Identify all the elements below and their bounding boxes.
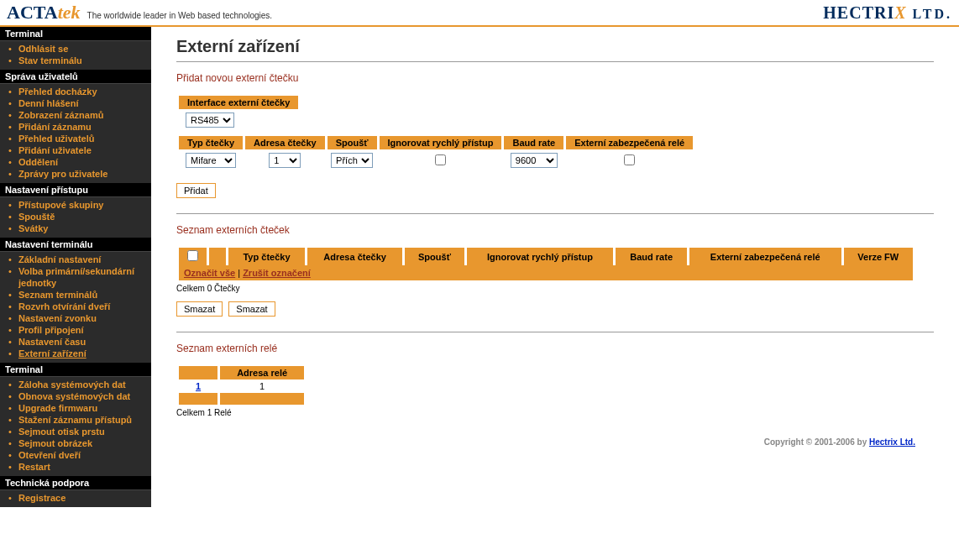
- page-title: Externí zařízení: [176, 37, 934, 56]
- hectrix-link[interactable]: Hectrix Ltd.: [869, 437, 915, 447]
- sidebar-item[interactable]: Přehled uživatelů: [18, 133, 94, 144]
- col-ignore: Ignorovat rychlý přístup: [380, 136, 502, 149]
- interface-select[interactable]: RS485: [186, 113, 234, 128]
- copyright: Copyright © 2001-2006 by Hectrix Ltd.: [176, 437, 915, 447]
- sidebar-item[interactable]: Základní nastavení: [18, 254, 101, 264]
- nav-list: Přístupové skupinySpouštěSvátky: [0, 197, 151, 238]
- nav-section-access: Nastavení přístupu: [0, 183, 151, 197]
- col-addr: Adresa čtečky: [307, 248, 402, 265]
- logo-left: ACTAtek The worldwide leader in Web base…: [7, 2, 272, 24]
- interface-label: Interface externí čtečky: [179, 96, 298, 109]
- select-all-checkbox[interactable]: [187, 250, 198, 261]
- add-button[interactable]: Přidat: [176, 183, 216, 198]
- sidebar-item[interactable]: Otevření dveří: [18, 450, 81, 460]
- sidebar-item[interactable]: Záloha systémových dat: [18, 379, 126, 390]
- sidebar-item[interactable]: Rozvrh otvírání dveří: [18, 301, 110, 311]
- sidebar-item[interactable]: Stažení záznamu přístupů: [18, 415, 132, 425]
- add-reader-heading: Přidat novou externí čtečku: [176, 72, 934, 84]
- sidebar-item[interactable]: Oddělení: [18, 157, 58, 167]
- divider: [176, 213, 934, 214]
- sidebar-item[interactable]: Přidání uživatele: [18, 145, 92, 155]
- divider: [176, 61, 934, 62]
- ignore-checkbox[interactable]: [435, 154, 446, 165]
- col-type: Typ čtečky: [179, 136, 243, 149]
- sidebar-item[interactable]: Zobrazení záznamů: [18, 110, 103, 120]
- type-select[interactable]: Mifare: [186, 153, 236, 168]
- sidebar-item[interactable]: Registrace: [18, 493, 66, 503]
- nav-section-terminal2: Terminal: [0, 363, 151, 377]
- deselect-all-link[interactable]: Zrušit označení: [243, 268, 311, 278]
- delete-button-1[interactable]: Smazat: [176, 301, 223, 317]
- nav-section-terminal: Terminal: [0, 27, 151, 41]
- top-bar: ACTAtek The worldwide leader in Web base…: [0, 0, 959, 27]
- sidebar-item[interactable]: Nastavení času: [18, 337, 86, 347]
- nav-section-support: Technická podpora: [0, 476, 151, 490]
- sidebar-item[interactable]: Stav terminálu: [18, 55, 82, 65]
- baud-select[interactable]: 9600: [511, 153, 558, 168]
- sidebar-item[interactable]: Upgrade firmwaru: [18, 403, 97, 413]
- col-relay-addr: Adresa relé: [220, 366, 304, 379]
- sidebar-item[interactable]: Nastavení zvonku: [18, 313, 97, 323]
- sidebar-item[interactable]: Restart: [18, 462, 50, 472]
- relay-id-link[interactable]: 1: [196, 381, 201, 391]
- selection-links: Označit vše | Zrušit označení: [179, 265, 913, 280]
- sidebar-item[interactable]: Spouště: [18, 212, 55, 222]
- sidebar-item[interactable]: Externí zařízení: [18, 348, 86, 359]
- logo-actatek: ACTAtek: [7, 2, 81, 24]
- sidebar-item[interactable]: Přehled docházky: [18, 86, 97, 97]
- sidebar-item[interactable]: Zprávy pro uživatele: [18, 169, 107, 179]
- sidebar-item[interactable]: Seznam terminálů: [18, 290, 97, 300]
- sidebar-item[interactable]: Sejmout obrázek: [18, 438, 92, 448]
- readers-list-table: Typ čtečky Adresa čtečky Spoušť Ignorova…: [176, 248, 915, 280]
- nav-section-terminal-settings: Nastavení terminálu: [0, 238, 151, 252]
- nav-list: Přehled docházkyDenní hlášeníZobrazení z…: [0, 84, 151, 183]
- col-ignore: Ignorovat rychlý přístup: [467, 248, 614, 265]
- relays-count: Celkem 1 Relé: [176, 408, 934, 417]
- sidebar-item[interactable]: Odhlásit se: [18, 44, 68, 54]
- trigger-select[interactable]: Přích.: [331, 153, 373, 168]
- nav-list: Odhlásit seStav terminálu: [0, 41, 151, 70]
- col-blank: [209, 248, 226, 265]
- col-fw: Verze FW: [844, 248, 914, 265]
- logo-hectrix: HECTRIX LTD.: [823, 3, 952, 23]
- sidebar-item[interactable]: Denní hlášení: [18, 98, 79, 108]
- list-relays-heading: Seznam externích relé: [176, 343, 934, 354]
- tagline: The worldwide leader in Web based techno…: [87, 11, 273, 20]
- col-trigger: Spoušť: [405, 248, 464, 265]
- col-relay: Externí zabezpečená relé: [566, 136, 693, 149]
- readers-count: Celkem 0 Čtečky: [176, 284, 934, 293]
- col-baud: Baud rate: [616, 248, 687, 265]
- content: Externí zařízení Přidat novou externí čt…: [151, 27, 959, 507]
- reader-form-table: Typ čtečky Adresa čtečky Spoušť Ignorova…: [176, 136, 695, 171]
- relay-checkbox[interactable]: [624, 154, 635, 165]
- sidebar-item[interactable]: Profil připojení: [18, 325, 84, 335]
- addr-select[interactable]: 1: [269, 153, 301, 168]
- sidebar: Terminal Odhlásit seStav terminálu Správ…: [0, 27, 151, 507]
- list-readers-heading: Seznam externích čteček: [176, 224, 934, 236]
- sidebar-item[interactable]: Přidání záznamu: [18, 122, 92, 132]
- relay-table: Adresa relé 1 1: [176, 366, 307, 405]
- col-baud: Baud rate: [504, 136, 563, 149]
- delete-button-2[interactable]: Smazat: [228, 301, 275, 317]
- interface-table: Interface externí čtečky RS485: [176, 96, 301, 131]
- col-trigger: Spoušť: [328, 136, 377, 149]
- select-all-link[interactable]: Označit vše: [184, 268, 235, 278]
- sidebar-item[interactable]: Sejmout otisk prstu: [18, 427, 105, 437]
- nav-list: Záloha systémových datObnova systémových…: [0, 377, 151, 476]
- col-blank: [179, 366, 217, 379]
- divider: [176, 332, 934, 332]
- col-relay: Externí zabezpečená relé: [689, 248, 841, 265]
- sidebar-item[interactable]: Přístupové skupiny: [18, 200, 103, 210]
- relay-addr-value: 1: [220, 379, 304, 393]
- sidebar-item[interactable]: Obnova systémových dat: [18, 391, 130, 401]
- col-type: Typ čtečky: [228, 248, 305, 265]
- nav-list: Registrace: [0, 490, 151, 507]
- sidebar-item[interactable]: Volba primární/sekundární jednotky: [18, 266, 134, 288]
- col-addr: Adresa čtečky: [245, 136, 325, 149]
- nav-section-users: Správa uživatelů: [0, 70, 151, 84]
- nav-list: Základní nastaveníVolba primární/sekundá…: [0, 252, 151, 363]
- sidebar-item[interactable]: Svátky: [18, 223, 48, 233]
